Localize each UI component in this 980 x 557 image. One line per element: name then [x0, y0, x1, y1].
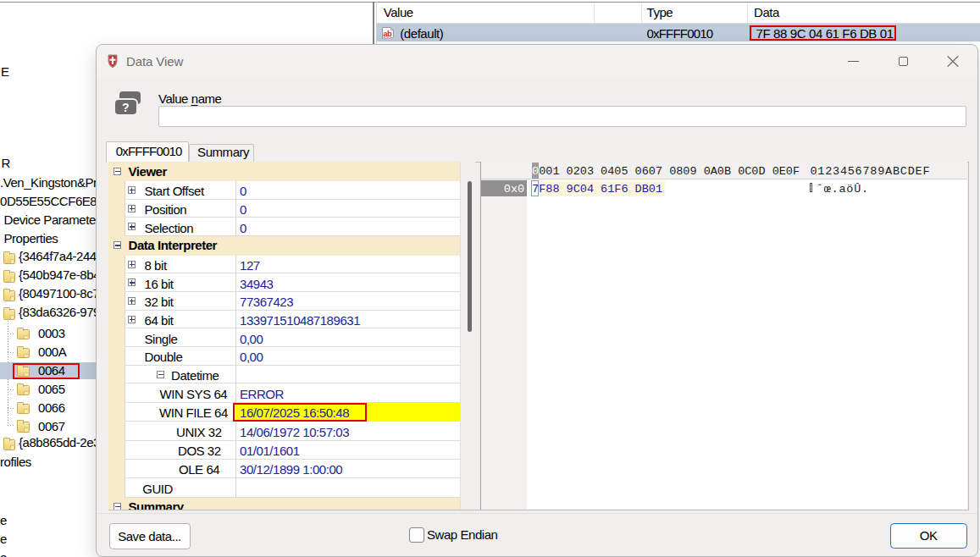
svg-text:ab: ab — [383, 29, 392, 38]
